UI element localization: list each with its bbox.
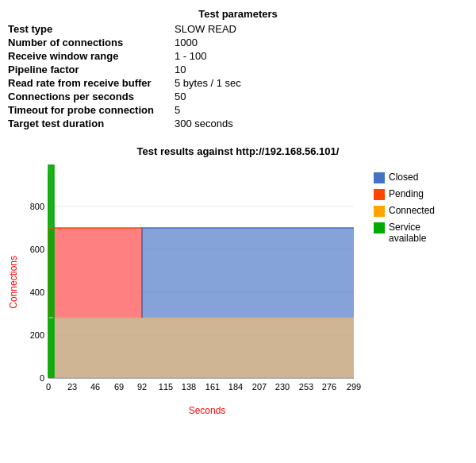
param-value: SLOW READ — [175, 23, 468, 35]
legend-item-connected: Connected — [374, 205, 435, 217]
param-value: 300 seconds — [175, 118, 468, 129]
param-row: Read rate from receive buffer5 bytes / 1… — [8, 77, 468, 89]
svg-text:138: 138 — [182, 382, 196, 392]
svg-text:400: 400 — [30, 287, 44, 297]
svg-text:207: 207 — [252, 382, 267, 392]
legend-item-service: Service available — [374, 222, 435, 244]
param-label: Read rate from receive buffer — [8, 77, 175, 89]
svg-text:0: 0 — [40, 373, 44, 383]
param-label: Target test duration — [8, 118, 175, 129]
svg-text:253: 253 — [299, 382, 313, 392]
svg-text:276: 276 — [322, 382, 336, 392]
param-label: Pipeline factor — [8, 64, 175, 75]
param-value: 1 - 100 — [175, 50, 468, 62]
legend-label-service: Service available — [389, 222, 426, 244]
svg-text:800: 800 — [30, 202, 44, 211]
svg-marker-15 — [142, 228, 354, 318]
legend-color-service — [374, 222, 385, 233]
param-label: Timeout for probe connection — [8, 104, 175, 116]
svg-text:23: 23 — [67, 382, 77, 392]
svg-text:161: 161 — [205, 382, 220, 392]
legend: Closed Pending Connected Service availab… — [374, 172, 435, 244]
chart-area: 0 200 400 600 800 — [21, 164, 362, 402]
svg-text:115: 115 — [159, 382, 173, 392]
param-row: Test typeSLOW READ — [8, 23, 468, 35]
svg-text:46: 46 — [90, 382, 100, 392]
legend-color-connected — [374, 206, 385, 217]
param-value: 5 bytes / 1 sec — [175, 77, 468, 89]
svg-text:200: 200 — [30, 330, 44, 340]
chart-title: Test results against http://192.168.56.1… — [8, 145, 468, 157]
chart-svg: 0 200 400 600 800 — [21, 164, 362, 402]
param-row: Receive window range1 - 100 — [8, 50, 468, 62]
svg-text:299: 299 — [347, 382, 361, 392]
param-row: Number of connections1000 — [8, 37, 468, 48]
param-row: Pipeline factor10 — [8, 64, 468, 75]
legend-label-closed: Closed — [389, 172, 418, 183]
svg-text:184: 184 — [228, 382, 243, 392]
param-row: Connections per seconds50 — [8, 91, 468, 102]
param-label: Connections per seconds — [8, 91, 175, 102]
legend-label-pending: Pending — [389, 188, 424, 199]
x-axis-label: Seconds — [52, 405, 362, 416]
y-axis-label: Connections — [8, 256, 19, 309]
param-value: 50 — [175, 91, 468, 102]
param-row: Target test duration300 seconds — [8, 118, 468, 129]
params-section: Test parameters Test typeSLOW READNumber… — [8, 8, 468, 129]
chart-section: Test results against http://192.168.56.1… — [8, 145, 468, 416]
param-label: Number of connections — [8, 37, 175, 48]
svg-marker-16 — [48, 165, 54, 378]
svg-text:0: 0 — [46, 382, 51, 392]
svg-text:92: 92 — [137, 382, 147, 392]
legend-color-pending — [374, 189, 385, 200]
params-title: Test parameters — [8, 8, 468, 20]
param-value: 1000 — [175, 37, 468, 48]
param-value: 10 — [175, 64, 468, 75]
legend-label-connected: Connected — [389, 205, 435, 216]
svg-text:600: 600 — [30, 245, 44, 254]
legend-color-closed — [374, 172, 385, 183]
param-row: Timeout for probe connection5 — [8, 104, 468, 116]
svg-text:230: 230 — [275, 382, 290, 392]
param-label: Receive window range — [8, 50, 175, 62]
param-value: 5 — [175, 104, 468, 116]
param-label: Test type — [8, 23, 175, 35]
svg-marker-14 — [48, 228, 142, 318]
svg-marker-12 — [48, 318, 354, 378]
svg-text:69: 69 — [114, 382, 124, 392]
chart-container: Connections 0 200 400 600 — [8, 164, 468, 416]
legend-item-closed: Closed — [374, 172, 435, 183]
legend-item-pending: Pending — [374, 188, 435, 200]
